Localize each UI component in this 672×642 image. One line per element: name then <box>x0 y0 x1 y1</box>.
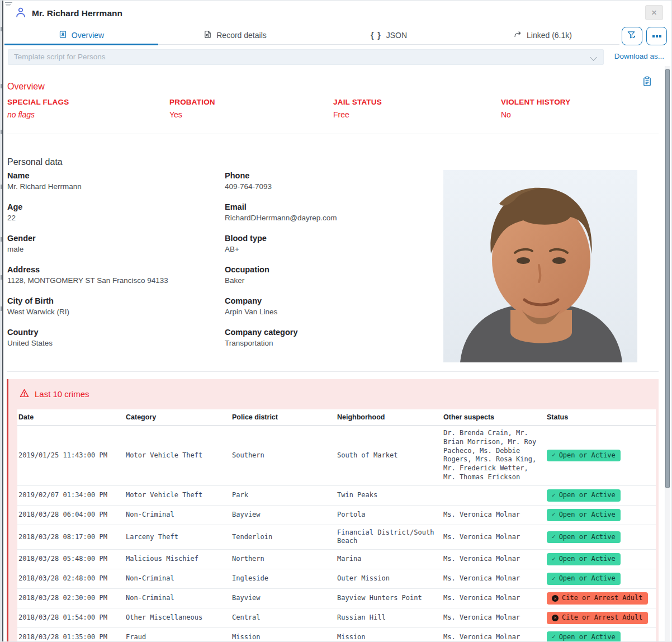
status-badge: ✕Cite or Arrest Adult <box>547 592 648 605</box>
personal-data-title: Personal data <box>7 157 63 167</box>
crime-cell-category: Other Miscellaneous <box>125 608 231 627</box>
field-label: Gender <box>7 234 220 243</box>
crime-cell-district: Park <box>231 485 336 505</box>
dialog-header: Mr. Richard Herrmann × <box>3 0 672 23</box>
check-icon: ✓ <box>552 492 556 500</box>
close-icon: × <box>651 7 657 18</box>
filter-arrow-icon <box>627 30 637 42</box>
status-badge: ✓Open or Active <box>547 509 621 521</box>
overview-section-title: Overview <box>7 82 45 92</box>
tab-overview[interactable]: Overview <box>4 26 158 44</box>
tab-linked[interactable]: Linked (6.1k) <box>466 26 619 44</box>
personal-field: Phone409-764-7093 <box>225 171 437 191</box>
crime-cell-district: Southern <box>231 426 336 486</box>
crime-cell-date: 2018/03/28 05:48:00 PM <box>17 550 125 569</box>
divider <box>7 134 659 134</box>
more-options-button[interactable] <box>646 27 667 45</box>
download-as-link[interactable]: Download as... <box>614 52 664 60</box>
crime-cell-suspects: Ms. Veronica Molnar <box>442 505 546 525</box>
crime-cell-suspects <box>442 485 546 505</box>
flag-value: Yes <box>169 110 333 119</box>
flag-value: no flags <box>7 110 169 119</box>
crime-row: 2018/03/28 06:04:00 PMNon-CriminalBayvie… <box>17 505 656 525</box>
crime-cell-category: Non-Criminal <box>125 569 231 589</box>
personal-field: Address1128, MONTGOMERY ST San Francisco… <box>7 265 220 285</box>
field-label: Country <box>7 328 220 337</box>
crime-cell-neighborhood: Portola <box>336 505 442 525</box>
crime-cell-suspects: Ms. Veronica Molnar <box>442 525 546 550</box>
crime-cell-district: Tenderloin <box>231 525 336 550</box>
flag-value: No <box>501 110 656 119</box>
filter-button[interactable] <box>622 27 642 45</box>
personal-fields-left: NameMr. Richard HerrmannAge22GendermaleA… <box>7 171 220 359</box>
column-header: Category <box>125 409 231 426</box>
flag-label: VIOLENT HISTORY <box>501 98 656 106</box>
copy-to-clipboard-button[interactable] <box>642 76 652 89</box>
field-value: 409-764-7093 <box>225 182 437 191</box>
status-label: Open or Active <box>559 451 616 460</box>
crime-cell-suspects: Ms. Veronica Molnar <box>442 550 546 569</box>
json-braces-icon: { } <box>371 31 382 40</box>
crime-cell-status: ✓Open or Active <box>546 485 656 505</box>
flag-label: PROBATION <box>169 98 333 106</box>
flag-item: JAIL STATUSFree <box>333 98 501 119</box>
divider <box>7 371 659 372</box>
status-label: Open or Active <box>559 555 616 564</box>
crime-row: 2018/03/28 05:48:00 PMMalicious Mischief… <box>17 550 656 569</box>
status-label: Open or Active <box>559 511 616 520</box>
column-header: Neighborhood <box>336 409 442 426</box>
template-script-select[interactable]: Template script for Persons <box>8 49 604 65</box>
personal-field: CompanyArpin Van Lines <box>225 296 437 316</box>
tab-json[interactable]: { } JSON <box>312 26 466 44</box>
flag-label: SPECIAL FLAGS <box>7 98 169 106</box>
status-badge: ✓Open or Active <box>547 489 621 502</box>
field-label: Company <box>225 296 437 305</box>
field-label: Email <box>225 202 437 211</box>
close-button[interactable]: × <box>645 5 663 20</box>
crime-cell-neighborhood: Mission <box>336 627 442 642</box>
check-icon: ✓ <box>552 533 556 541</box>
status-badge: ✓Open or Active <box>547 631 621 642</box>
field-label: Company category <box>225 328 437 337</box>
field-label: Blood type <box>225 234 437 243</box>
field-label: City of Birth <box>7 296 220 305</box>
crime-cell-status: ✓Open or Active <box>546 505 656 525</box>
status-label: Cite or Arrest Adult <box>562 613 643 622</box>
crimes-table-header: DateCategoryPolice districtNeighborhoodO… <box>17 409 656 426</box>
crime-row: 2018/03/28 08:17:00 PMLarceny TheftTende… <box>17 525 656 550</box>
crime-cell-date: 2018/03/28 01:35:00 PM <box>17 627 125 642</box>
dialog-title: Mr. Richard Herrmann <box>32 8 122 18</box>
personal-field: Company categoryTransportation <box>225 328 437 347</box>
crime-row: 2019/01/25 11:43:00 PMMotor Vehicle Thef… <box>17 426 656 486</box>
crime-cell-date: 2019/02/07 01:34:00 PM <box>17 485 125 505</box>
tab-record-details[interactable]: Record details <box>158 26 312 44</box>
status-label: Cite or Arrest Adult <box>562 594 643 603</box>
crime-cell-date: 2018/03/28 06:04:00 PM <box>17 505 125 525</box>
record-details-icon <box>204 30 212 40</box>
column-header: Police district <box>231 409 336 426</box>
crime-cell-district: Bayview <box>231 505 336 525</box>
warning-icon <box>20 389 29 399</box>
field-label: Phone <box>225 171 437 180</box>
x-circle-icon: ✕ <box>552 595 559 602</box>
status-label: Open or Active <box>559 574 616 583</box>
crime-cell-category: Motor Vehicle Theft <box>125 426 231 486</box>
crimes-table: DateCategoryPolice districtNeighborhoodO… <box>17 409 656 642</box>
crime-cell-status: ✓Open or Active <box>546 525 656 550</box>
field-value: 1128, MONTGOMERY ST San Francisco 94133 <box>7 276 220 285</box>
scrollbar-thumb[interactable] <box>665 69 670 488</box>
crime-cell-date: 2018/03/28 08:17:00 PM <box>17 525 125 550</box>
column-header: Date <box>17 409 125 426</box>
check-icon: ✓ <box>552 555 556 564</box>
crime-cell-district: Northern <box>231 550 336 569</box>
crime-cell-date: 2018/03/28 02:30:00 PM <box>17 588 125 608</box>
id-card-icon <box>59 30 67 40</box>
crime-cell-date: 2018/03/28 02:48:00 PM <box>17 569 125 589</box>
status-badge: ✓Open or Active <box>547 553 621 565</box>
flag-item: SPECIAL FLAGSno flags <box>7 98 169 119</box>
resize-grip-icon[interactable] <box>5 2 13 8</box>
field-value: 22 <box>7 214 220 222</box>
crime-cell-category: Larceny Theft <box>125 525 231 550</box>
personal-field: NameMr. Richard Herrmann <box>7 171 220 191</box>
crime-cell-suspects: Ms. Veronica Molnar <box>442 627 546 642</box>
